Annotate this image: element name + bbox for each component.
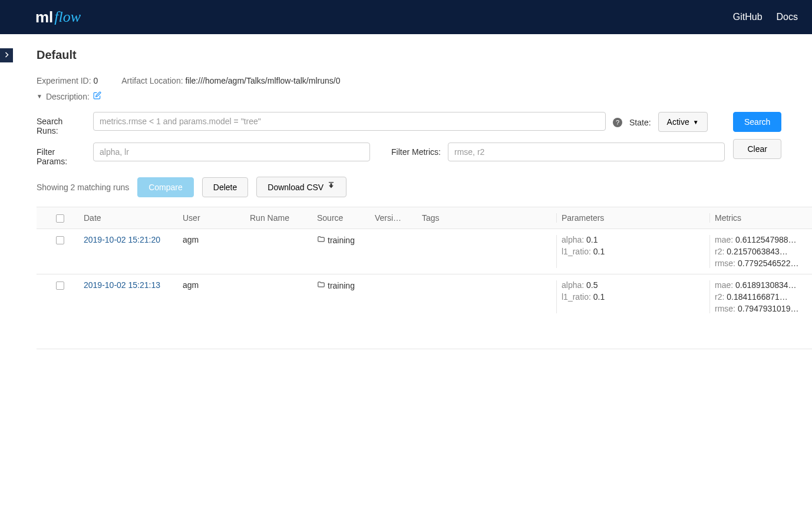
state-value: Active — [667, 117, 689, 127]
page-title: Default — [37, 48, 812, 62]
top-nav: ml flow GitHub Docs — [0, 0, 812, 34]
row-checkbox[interactable] — [56, 282, 64, 290]
logo-ml: ml — [35, 8, 53, 27]
filter-params-input[interactable] — [93, 143, 370, 161]
caret-down-icon: ▼ — [693, 119, 699, 125]
state-label: State: — [629, 118, 651, 127]
experiment-meta: Experiment ID: 0 Artifact Location: file… — [37, 76, 812, 85]
results-summary: Showing 2 matching runs — [37, 183, 129, 192]
runs-table: Date User Run Name Source Versi… Tags Pa… — [37, 207, 812, 349]
clear-button[interactable]: Clear — [733, 139, 781, 159]
edit-icon[interactable] — [93, 91, 101, 101]
artifact-location-value: file:///home/agm/Talks/mlflow-talk/mlrun… — [185, 76, 340, 85]
run-source-text: training — [328, 236, 355, 245]
folder-icon — [317, 280, 325, 290]
run-name — [250, 235, 317, 268]
run-source-text: training — [328, 281, 355, 290]
nav-links: GitHub Docs — [733, 12, 798, 22]
artifact-location-label: Artifact Location: — [121, 76, 183, 85]
run-tags — [422, 235, 556, 268]
experiment-id-value: 0 — [93, 76, 98, 85]
run-user: agm — [183, 280, 250, 313]
search-runs-input[interactable] — [93, 112, 606, 131]
run-tags — [422, 280, 556, 313]
state-dropdown[interactable]: Active ▼ — [658, 112, 708, 132]
table-header: Date User Run Name Source Versi… Tags Pa… — [37, 207, 812, 229]
header-parameters[interactable]: Parameters — [556, 213, 709, 223]
run-date-link[interactable]: 2019-10-02 15:21:13 — [84, 280, 160, 290]
select-all-checkbox[interactable] — [56, 214, 64, 223]
run-source: training — [317, 280, 375, 290]
download-csv-button[interactable]: Download CSV — [256, 177, 346, 197]
download-icon — [327, 182, 335, 192]
run-metrics: mae: 0.6189130834… r2: 0.1841166871… rms… — [709, 280, 812, 313]
header-user[interactable]: User — [183, 213, 250, 223]
filter-metrics-label: Filter Metrics: — [391, 143, 441, 157]
header-tags[interactable]: Tags — [422, 213, 556, 223]
logo-flow: flow — [54, 8, 81, 26]
run-date-link[interactable]: 2019-10-02 15:21:20 — [84, 235, 160, 244]
header-metrics[interactable]: Metrics — [709, 213, 812, 223]
compare-button[interactable]: Compare — [137, 177, 194, 197]
row-checkbox[interactable] — [56, 236, 64, 244]
header-source[interactable]: Source — [317, 213, 375, 223]
filter-params-label: Filter Params: — [37, 143, 86, 166]
header-version[interactable]: Versi… — [375, 213, 422, 223]
nav-docs[interactable]: Docs — [777, 12, 798, 22]
nav-github[interactable]: GitHub — [733, 12, 763, 22]
folder-icon — [317, 235, 325, 245]
table-row: 2019-10-02 15:21:20 agm training alpha: … — [37, 229, 812, 274]
run-parameters: alpha: 0.5 l1_ratio: 0.1 — [556, 280, 709, 313]
run-version — [375, 280, 422, 313]
table-row: 2019-10-02 15:21:13 agm training alpha: … — [37, 274, 812, 349]
chevron-right-icon — [3, 51, 10, 60]
header-date[interactable]: Date — [84, 213, 183, 223]
run-parameters: alpha: 0.1 l1_ratio: 0.1 — [556, 235, 709, 268]
delete-button[interactable]: Delete — [202, 177, 248, 197]
run-metrics: mae: 0.6112547988… r2: 0.2157063843… rms… — [709, 235, 812, 268]
description-row[interactable]: ▼ Description: — [37, 91, 812, 101]
run-name — [250, 280, 317, 313]
run-version — [375, 235, 422, 268]
download-csv-label: Download CSV — [268, 183, 324, 192]
header-run-name[interactable]: Run Name — [250, 213, 317, 223]
help-icon[interactable]: ? — [613, 118, 622, 127]
sidebar-expand-button[interactable] — [0, 48, 13, 62]
caret-down-icon: ▼ — [37, 93, 42, 100]
run-source: training — [317, 235, 375, 245]
description-label: Description: — [46, 92, 90, 101]
logo[interactable]: ml flow — [35, 8, 81, 27]
search-runs-label: Search Runs: — [37, 112, 86, 135]
experiment-id-label: Experiment ID: — [37, 76, 91, 85]
run-user: agm — [183, 235, 250, 268]
search-button[interactable]: Search — [733, 112, 781, 132]
filter-metrics-input[interactable] — [448, 143, 725, 161]
